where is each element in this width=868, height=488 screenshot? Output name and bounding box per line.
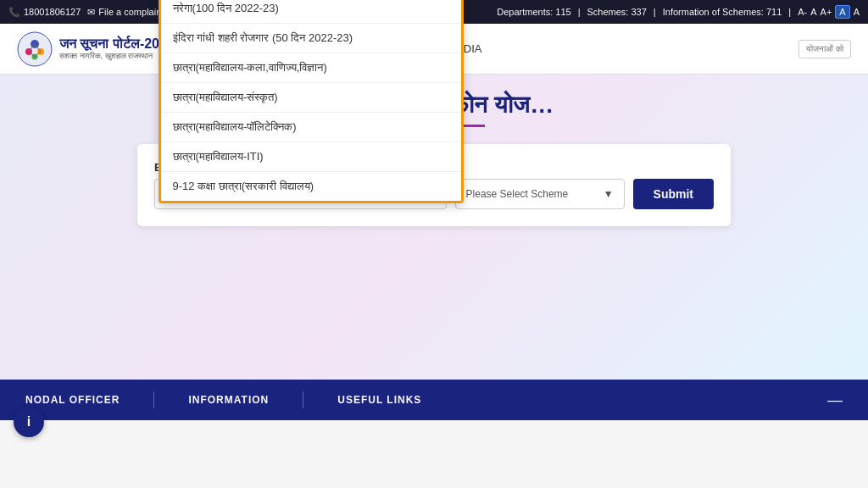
form-section: Enter Your Jan Aadhar Number * Please Se… <box>137 144 731 226</box>
chevron-down-icon: ▼ <box>604 188 614 200</box>
footer-nodal: NODAL OFFICER <box>25 394 120 406</box>
footer-information: INFORMATION <box>188 394 269 406</box>
font-decrease-button[interactable]: A- <box>798 7 807 17</box>
footer-divider-2 <box>303 391 303 408</box>
footer-divider-1 <box>153 391 154 408</box>
footer: NODAL OFFICER INFORMATION USEFUL LINKS — <box>0 380 868 420</box>
logo-icon <box>17 31 53 67</box>
submit-button[interactable]: Submit <box>633 179 714 209</box>
mail-icon: ✉ <box>87 7 95 18</box>
form-row: Enter Your Jan Aadhar Number * Please Se… <box>154 161 714 209</box>
dropdown-item-4[interactable]: छात्रा(महाविद्यालय-संस्कृत) <box>161 83 461 113</box>
font-active-button[interactable]: A <box>835 5 849 19</box>
font-extra-button[interactable]: A <box>854 7 860 17</box>
font-increase-button[interactable]: A+ <box>821 7 832 17</box>
scheme-select-value: Please Select Scheme <box>466 188 569 200</box>
dropdown-item-3[interactable]: छात्रा(महाविद्यालय-कला,वाणिज्य,विज्ञान) <box>161 53 461 83</box>
search-hint[interactable]: योजनाओं को <box>798 40 851 58</box>
schemes-count: Schemes: 337 <box>587 7 647 17</box>
footer-arrow-icon[interactable]: — <box>827 391 843 409</box>
logo-text-area: जन सूचना पोर्टल-2019 सशक्त नागरिक, खुशहा… <box>59 36 175 61</box>
svg-point-0 <box>18 32 52 66</box>
scheme-dropdown-container: Please Select Scheme विधवा/एकलनारी (पेंश… <box>455 179 625 209</box>
dropdown-item-2[interactable]: इंदिरा गांधी शहरी रोजगार (50 दिन 2022-23… <box>161 24 461 53</box>
dropdown-item-1[interactable]: नरेगा(100 दिन 2022-23) <box>161 0 461 24</box>
main-content: इंदिरा गाँधी स्मार्टफोन योज… Enter Your … <box>0 75 868 380</box>
search-area[interactable]: योजनाओं को <box>798 40 851 58</box>
complaint-link[interactable]: ✉ File a complaint <box>87 7 164 18</box>
footer-useful-links: USEFUL LINKS <box>337 394 421 406</box>
scheme-dropdown-menu: Please Select Scheme विधवा/एकलनारी (पेंश… <box>159 0 464 203</box>
phone-icon: 📞 <box>8 7 20 18</box>
portal-title: जन सूचना पोर्टल-2019 <box>59 36 175 52</box>
dropdown-item-6[interactable]: छात्रा(महाविद्यालय-ITI) <box>161 142 461 172</box>
logo-area: जन सूचना पोर्टल-2019 सशक्त नागरिक, खुशहा… <box>17 31 175 67</box>
dropdown-item-7[interactable]: 9-12 कक्षा छात्रा(सरकारी विद्यालय) <box>161 172 461 201</box>
scheme-select-trigger[interactable]: Please Select Scheme ▼ <box>455 179 625 209</box>
stats-area: Departments: 115 | Schemes: 337 | Inform… <box>497 5 860 19</box>
portal-subtitle: सशक्त नागरिक, खुशहाल राजस्थान <box>59 52 175 61</box>
info-count: Information of Schemes: 711 <box>663 7 782 17</box>
phone-number: 📞 18001806127 <box>8 7 81 18</box>
font-size-controls: A- A A+ A A <box>798 5 860 19</box>
font-normal-button[interactable]: A <box>810 7 816 17</box>
info-button[interactable]: i <box>14 407 44 437</box>
departments-count: Departments: 115 <box>497 7 570 17</box>
dropdown-item-5[interactable]: छात्रा(महाविद्यालय-पॉलिटेक्निक) <box>161 113 461 142</box>
